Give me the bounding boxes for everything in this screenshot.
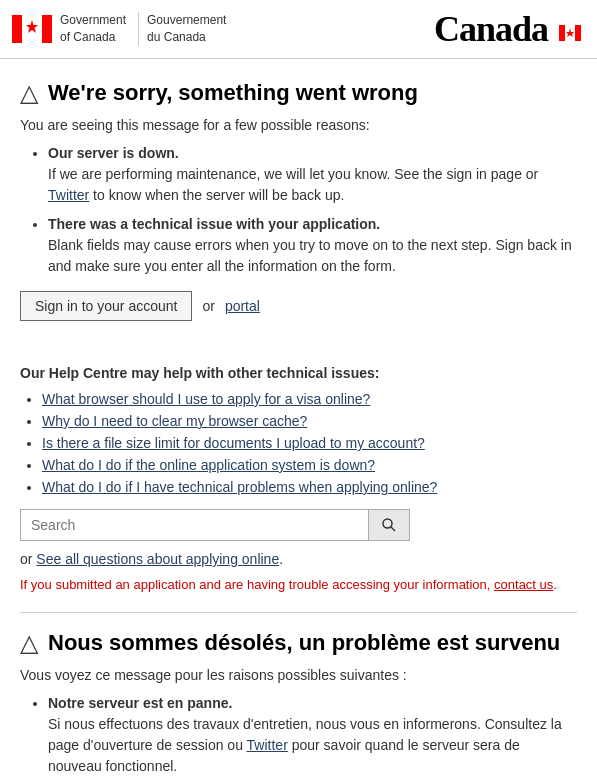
gov-line2: of Canada	[60, 29, 126, 46]
search-button[interactable]	[368, 509, 410, 541]
svg-rect-4	[559, 25, 565, 41]
gov-name-text: Government of Canada	[60, 12, 126, 46]
canada-flag-icon	[12, 15, 52, 43]
french-bullet-1: Notre serveur est en panne. Si nous effe…	[48, 693, 577, 777]
bullet2-bold: There was a technical issue with your ap…	[48, 216, 380, 232]
french-intro: Vous voyez ce message pour les raisons p…	[20, 667, 577, 683]
gov-fr-line2: du Canada	[147, 29, 226, 46]
gov-line1: Government	[60, 12, 126, 29]
search-icon	[381, 517, 397, 533]
contact-us-link[interactable]: contact us	[494, 577, 553, 592]
french-heading: △ Nous sommes désolés, un problème est s…	[20, 629, 577, 657]
french-bullets: Notre serveur est en panne. Si nous effe…	[20, 693, 577, 778]
search-input[interactable]	[20, 509, 368, 541]
help-link-3[interactable]: Is there a file size limit for documents…	[42, 435, 425, 451]
twitter-link[interactable]: Twitter	[48, 187, 89, 203]
bullet1-text: If we are performing maintenance, we wil…	[48, 166, 538, 203]
site-header: Government of Canada Gouvernement du Can…	[0, 0, 597, 59]
help-heading: Our Help Centre may help with other tech…	[20, 365, 577, 381]
warning-icon: △	[20, 79, 38, 107]
canada-wordmark-flag-icon	[559, 25, 581, 41]
help-link-4[interactable]: What do I do if the online application s…	[42, 457, 375, 473]
help-link-item-2: Why do I need to clear my browser cache?	[42, 413, 577, 429]
help-link-item-4: What do I do if the online application s…	[42, 457, 577, 473]
help-link-item-3: Is there a file size limit for documents…	[42, 435, 577, 451]
french-title: Nous sommes désolés, un problème est sur…	[48, 630, 560, 656]
help-link-5[interactable]: What do I do if I have technical problem…	[42, 479, 437, 495]
svg-rect-2	[42, 15, 52, 43]
gov-brand: Government of Canada Gouvernement du Can…	[12, 12, 226, 46]
french-bullet1-bold: Notre serveur est en panne.	[48, 695, 232, 711]
help-link-2[interactable]: Why do I need to clear my browser cache?	[42, 413, 307, 429]
portal-link[interactable]: portal	[225, 298, 260, 314]
trouble-text: If you submitted an application and are …	[20, 577, 577, 592]
bullet-technical-issue: There was a technical issue with your ap…	[48, 214, 577, 277]
canada-wordmark: Canada	[434, 8, 581, 50]
bullet-server-down: Our server is down. If we are performing…	[48, 143, 577, 206]
bullet1-bold: Our server is down.	[48, 145, 179, 161]
main-content: △ We're sorry, something went wrong You …	[0, 59, 597, 778]
gov-fr-name-text: Gouvernement du Canada	[138, 12, 226, 46]
error-heading: △ We're sorry, something went wrong	[20, 79, 577, 107]
error-intro: You are seeing this message for a few po…	[20, 117, 577, 133]
help-link-item-5: What do I do if I have technical problem…	[42, 479, 577, 495]
help-link-1[interactable]: What browser should I use to apply for a…	[42, 391, 370, 407]
french-bullet1-text: Si nous effectuons des travaux d'entreti…	[48, 716, 562, 774]
error-bullets: Our server is down. If we are performing…	[20, 143, 577, 277]
svg-rect-0	[12, 15, 22, 43]
bullet2-text: Blank fields may cause errors when you t…	[48, 237, 572, 274]
help-links-list: What browser should I use to apply for a…	[20, 391, 577, 495]
svg-point-8	[383, 519, 392, 528]
see-all-link[interactable]: See all questions about applying online	[36, 551, 279, 567]
svg-rect-6	[575, 25, 581, 41]
french-section: △ Nous sommes désolés, un problème est s…	[20, 612, 577, 778]
sign-in-or: or	[202, 298, 214, 314]
sign-in-button[interactable]: Sign in to your account	[20, 291, 192, 321]
french-twitter-link[interactable]: Twitter	[247, 737, 288, 753]
see-all-row: or See all questions about applying onli…	[20, 551, 577, 567]
sign-in-row: Sign in to your account or portal	[20, 291, 577, 321]
search-row	[20, 509, 410, 541]
svg-line-9	[391, 527, 395, 531]
help-section: Our Help Centre may help with other tech…	[20, 351, 577, 592]
error-title: We're sorry, something went wrong	[48, 80, 418, 106]
gov-fr-line1: Gouvernement	[147, 12, 226, 29]
help-link-item-1: What browser should I use to apply for a…	[42, 391, 577, 407]
french-warning-icon: △	[20, 629, 38, 657]
